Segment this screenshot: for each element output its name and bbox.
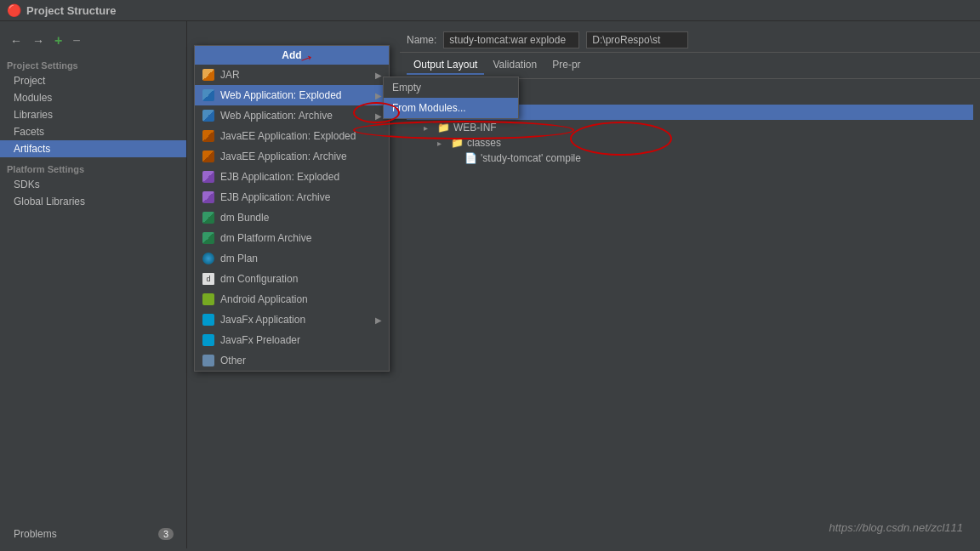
back-button[interactable]: ← xyxy=(7,32,26,49)
sub-menu: Empty From Modules... xyxy=(383,77,519,119)
other-icon xyxy=(202,354,215,367)
sub-menu-item-from-modules[interactable]: From Modules... xyxy=(384,98,518,118)
add-menu: Add JAR ▶ Web Application: Exploded ▶ xyxy=(194,45,390,372)
arrow-icon: ▶ xyxy=(375,91,382,100)
ejb-icon xyxy=(202,190,215,204)
menu-item-android[interactable]: Android Application xyxy=(195,289,389,310)
dm-icon xyxy=(202,231,215,245)
arrow-icon: ▶ xyxy=(375,71,382,80)
menu-item-javafx[interactable]: JavaFx Application ▶ xyxy=(195,310,389,330)
sidebar-item-label: SDKs xyxy=(14,179,40,190)
tree-arrow: ▸ xyxy=(437,139,447,148)
arrow-icon: ▶ xyxy=(375,315,382,325)
problems-badge: 3 xyxy=(158,528,174,540)
sidebar-item-label: Artifacts xyxy=(14,143,50,155)
menu-item-jar[interactable]: JAR ▶ xyxy=(195,65,389,85)
tab-output-layout[interactable]: Output Layout xyxy=(407,56,484,75)
main-container: ← → + − Project Settings Project Modules… xyxy=(0,21,980,548)
menu-item-web-archive[interactable]: Web Application: Archive ▶ xyxy=(195,105,389,126)
watermark: https://blog.csdn.net/zcl111 xyxy=(829,521,963,534)
remove-button[interactable]: − xyxy=(69,31,83,50)
add-menu-header: Add xyxy=(195,46,389,65)
tree-item-compile[interactable]: ▸ 📄 'study-tomcat' compile xyxy=(407,151,973,166)
javaee-icon xyxy=(202,129,215,143)
dm-icon xyxy=(202,211,215,224)
window-title: Project Structure xyxy=(26,4,116,17)
tab-validation[interactable]: Validation xyxy=(486,56,544,75)
sidebar-item-label: Global Libraries xyxy=(14,196,85,207)
javaee-icon xyxy=(202,150,215,163)
sidebar-item-global-libraries[interactable]: Global Libraries xyxy=(0,193,186,210)
sidebar-item-sdks[interactable]: SDKs xyxy=(0,176,186,193)
sidebar-item-artifacts[interactable]: Artifacts xyxy=(0,140,186,157)
sidebar-item-facets[interactable]: Facets xyxy=(0,123,186,140)
menu-item-ejb-exploded[interactable]: EJB Application: Exploded xyxy=(195,167,389,187)
file-icon: 📄 xyxy=(464,152,477,164)
tree-item-web-inf[interactable]: ▸ 📁 WEB-INF xyxy=(407,120,973,135)
tab-pre-processing[interactable]: Pre-pr xyxy=(545,56,587,75)
sidebar: ← → + − Project Settings Project Modules… xyxy=(0,21,187,548)
folder-icon: 📁 xyxy=(451,137,464,149)
menu-item-dm-bundle[interactable]: dm Bundle xyxy=(195,207,389,228)
tree-item-classes[interactable]: ▸ 📁 classes xyxy=(407,135,973,151)
globe-icon xyxy=(202,252,215,265)
sidebar-item-project[interactable]: Project xyxy=(0,72,186,89)
path-input[interactable] xyxy=(586,31,688,48)
web-icon xyxy=(202,88,215,102)
sidebar-item-libraries[interactable]: Libraries xyxy=(0,106,186,123)
name-label: Name: xyxy=(407,34,436,46)
sidebar-item-label: Project xyxy=(14,75,45,87)
sidebar-item-label: Facets xyxy=(14,126,44,138)
platform-settings-label: Platform Settings xyxy=(0,157,186,176)
javafx-icon xyxy=(202,313,215,327)
android-icon xyxy=(202,293,215,306)
title-bar: 🔴 Project Structure xyxy=(0,0,980,21)
right-panel-tabs: Output Layout Validation Pre-pr xyxy=(400,53,980,79)
project-settings-label: Project Settings xyxy=(0,57,186,72)
sidebar-item-label: Libraries xyxy=(14,109,53,121)
sidebar-item-modules[interactable]: Modules xyxy=(0,89,186,106)
doc-icon: d xyxy=(202,272,215,286)
menu-item-ejb-archive[interactable]: EJB Application: Archive xyxy=(195,187,389,207)
menu-item-javafx-preloader[interactable]: JavaFx Preloader xyxy=(195,330,389,350)
menu-item-javaee-exploded[interactable]: JavaEE Application: Exploded xyxy=(195,126,389,146)
javafx-icon xyxy=(202,333,215,347)
add-button[interactable]: + xyxy=(51,31,66,50)
web-icon xyxy=(202,109,215,122)
folder-icon: 📁 xyxy=(437,122,450,133)
name-input[interactable] xyxy=(443,31,579,48)
menu-item-javaee-archive[interactable]: JavaEE Application: Archive xyxy=(195,146,389,167)
problems-item[interactable]: Problems 3 xyxy=(7,525,180,542)
ejb-icon xyxy=(202,170,215,184)
tree-arrow: ▸ xyxy=(424,123,434,133)
problems-label: Problems xyxy=(14,528,57,540)
arrow-icon: ▶ xyxy=(375,111,382,121)
tree-label: WEB-INF xyxy=(453,122,497,133)
tree-label: 'study-tomcat' compile xyxy=(481,152,581,164)
sidebar-item-label: Modules xyxy=(14,92,52,104)
menu-item-web-exploded[interactable]: Web Application: Exploded ▶ xyxy=(195,85,389,105)
sidebar-toolbar: ← → + − xyxy=(0,28,186,57)
app-icon: 🔴 xyxy=(7,3,21,17)
menu-item-other[interactable]: Other xyxy=(195,350,389,371)
tree-label: classes xyxy=(467,137,501,149)
menu-item-dm-config[interactable]: d dm Configuration xyxy=(195,269,389,289)
jar-icon xyxy=(202,68,215,82)
sub-menu-item-empty[interactable]: Empty xyxy=(384,77,518,98)
menu-item-dm-plan[interactable]: dm Plan xyxy=(195,248,389,269)
content-area: Name: Output Layout Validation Pre-pr 📁 … xyxy=(187,21,980,548)
forward-button[interactable]: → xyxy=(29,32,48,49)
menu-item-dm-platform[interactable]: dm Platform Archive xyxy=(195,228,389,248)
right-panel-header: Name: xyxy=(400,28,980,53)
